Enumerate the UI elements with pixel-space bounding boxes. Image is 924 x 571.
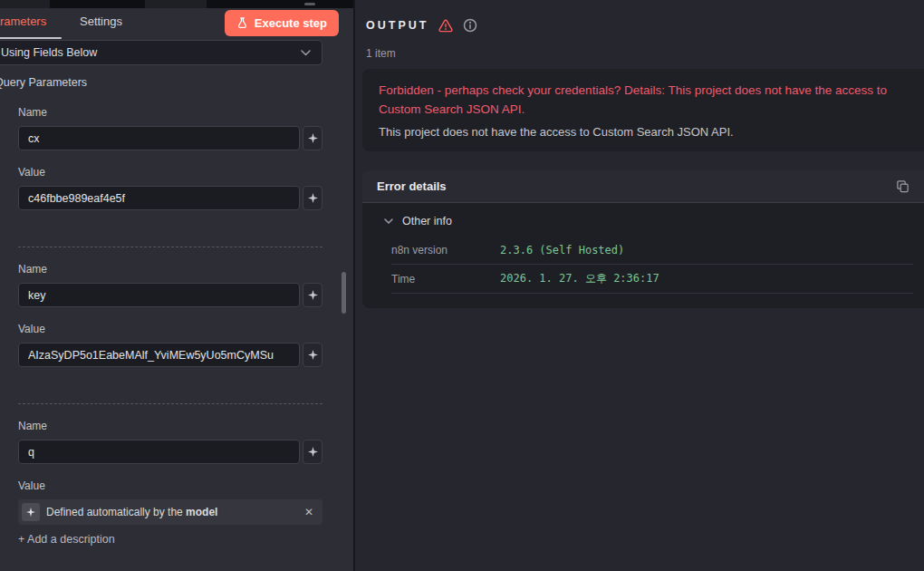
field-name-label: Name	[18, 106, 47, 119]
mode-select-value: Using Fields Below	[1, 46, 97, 59]
detail-label: n8n version	[391, 244, 500, 256]
field-name-label: Name	[18, 263, 47, 276]
detail-label: Time	[391, 273, 500, 286]
sparkles-icon	[22, 503, 40, 521]
output-header: OUTPUT	[366, 15, 477, 36]
query-parameters-label: Query Parameters	[0, 76, 87, 89]
field-name-label: Name	[18, 420, 47, 432]
error-message-box: Forbidden - perhaps check your credentia…	[362, 69, 924, 151]
active-tab-indicator	[0, 37, 62, 39]
add-description-link[interactable]: + Add a description	[18, 533, 115, 546]
field-value-label: Value	[18, 323, 45, 335]
param-name-input-key[interactable]	[18, 283, 300, 307]
output-item-count: 1 item	[366, 47, 396, 60]
field-separator	[18, 403, 322, 404]
ai-defined-value-pill[interactable]: Defined automatically by the model ✕	[18, 499, 322, 525]
execute-step-label: Execute step	[255, 16, 327, 30]
error-details-title: Error details	[377, 179, 447, 193]
top-strip	[0, 0, 353, 8]
expression-toggle-icon[interactable]	[303, 440, 322, 464]
copy-icon[interactable]	[896, 179, 910, 193]
execute-step-button[interactable]: Execute step	[225, 10, 339, 36]
output-panel: OUTPUT 1 item Forbidden - perhaps check …	[355, 0, 924, 571]
drag-handle-icon	[304, 3, 315, 5]
expression-toggle-icon[interactable]	[303, 186, 322, 210]
top-tab-stub	[0, 0, 50, 8]
chevron-down-icon	[384, 218, 393, 224]
detail-row-n8n-version: n8n version 2.3.6 (Self Hosted)	[391, 236, 913, 265]
expression-toggle-icon[interactable]	[303, 283, 322, 307]
detail-row-time: Time 2026. 1. 27. 오후 2:36:17	[391, 265, 913, 294]
error-details-card: Error details Other info n8n version 2.3…	[362, 170, 924, 308]
detail-value: 2.3.6 (Self Hosted)	[500, 244, 624, 256]
ai-pill-text: Defined automatically by the model	[46, 506, 217, 518]
info-circle-icon[interactable]	[463, 18, 477, 33]
flask-icon	[236, 17, 248, 29]
send-parameters-mode-select[interactable]: Using Fields Below	[0, 40, 322, 65]
param-name-input-q[interactable]	[18, 440, 300, 464]
field-separator	[18, 247, 322, 247]
error-details-body: Other info n8n version 2.3.6 (Self Hoste…	[362, 203, 924, 308]
expression-toggle-icon[interactable]	[303, 343, 322, 367]
scrollbar-thumb[interactable]	[342, 272, 346, 314]
output-title: OUTPUT	[366, 19, 428, 32]
expression-toggle-icon[interactable]	[303, 126, 322, 150]
tab-settings[interactable]: Settings	[80, 15, 122, 28]
param-value-input-cx[interactable]	[18, 186, 300, 210]
detail-value: 2026. 1. 27. 오후 2:36:17	[500, 271, 659, 286]
node-settings-panel: Parameters Settings Execute step Using F…	[0, 0, 353, 571]
param-name-input-cx[interactable]	[18, 126, 300, 150]
param-value-input-key[interactable]	[18, 343, 300, 367]
warning-triangle-icon	[438, 18, 454, 34]
other-info-toggle[interactable]: Other info	[362, 203, 924, 236]
error-details-header: Error details	[362, 170, 924, 203]
tab-parameters[interactable]: Parameters	[0, 15, 46, 28]
other-info-label: Other info	[402, 215, 452, 227]
remove-override-icon[interactable]: ✕	[304, 507, 313, 518]
chevron-down-icon	[301, 50, 311, 56]
error-description: This project does not have the access to…	[379, 125, 908, 139]
panel-drag-handle[interactable]	[145, 0, 207, 8]
error-title: Forbidden - perhaps check your credentia…	[379, 82, 908, 120]
field-value-label: Value	[18, 166, 45, 179]
field-value-label: Value	[18, 479, 45, 492]
